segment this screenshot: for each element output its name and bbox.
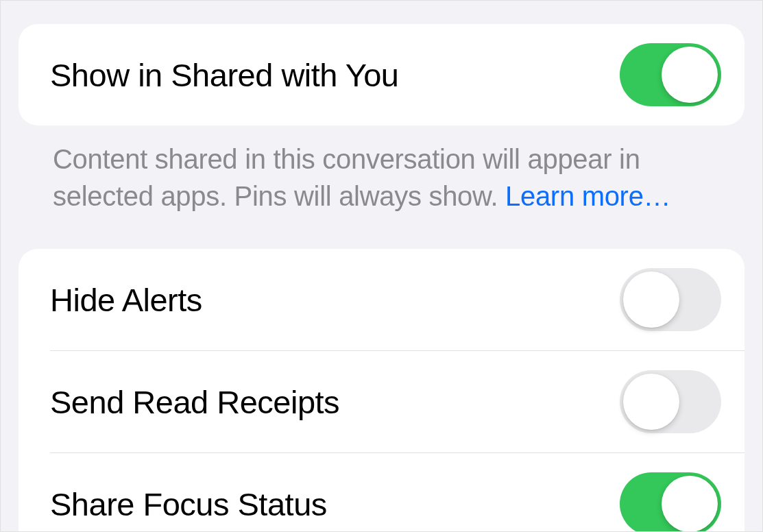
section-messaging-options: Hide Alerts Send Read Receipts Share Foc… <box>19 249 744 532</box>
settings-container: Show in Shared with You Content shared i… <box>2 2 761 530</box>
toggle-knob <box>662 47 718 103</box>
toggle-hide-alerts[interactable] <box>620 268 721 331</box>
row-show-in-shared-with-you: Show in Shared with You <box>19 24 744 125</box>
label-hide-alerts: Hide Alerts <box>50 281 202 319</box>
row-send-read-receipts: Send Read Receipts <box>19 351 744 452</box>
label-send-read-receipts: Send Read Receipts <box>50 383 339 421</box>
row-share-focus-status: Share Focus Status <box>19 453 744 532</box>
toggle-knob <box>623 374 679 430</box>
footer-shared-with-you: Content shared in this conversation will… <box>19 125 744 249</box>
toggle-knob <box>623 271 679 328</box>
toggle-send-read-receipts[interactable] <box>620 370 721 433</box>
label-share-focus-status: Share Focus Status <box>50 485 327 523</box>
label-show-in-shared-with-you: Show in Shared with You <box>50 56 398 94</box>
section-shared-with-you: Show in Shared with You <box>19 24 744 125</box>
toggle-share-focus-status[interactable] <box>620 472 721 532</box>
learn-more-link[interactable]: Learn more… <box>505 181 670 211</box>
toggle-knob <box>662 476 718 532</box>
row-hide-alerts: Hide Alerts <box>19 249 744 350</box>
toggle-show-in-shared-with-you[interactable] <box>620 43 721 106</box>
